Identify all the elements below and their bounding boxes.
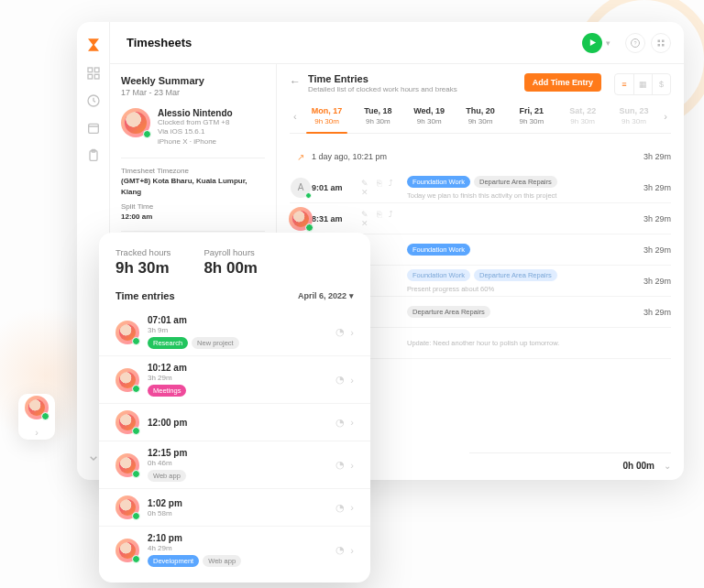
popup-entry-dur: 0h 46m <box>148 459 327 467</box>
entry-action-icons[interactable]: ✎ ⎘ ⤴ ✕ <box>361 179 407 197</box>
svg-rect-13 <box>662 44 665 47</box>
summary-range: 17 Mar - 23 Mar <box>121 88 265 97</box>
popup-avatar <box>116 539 139 562</box>
day-tabs: ‹ Mon, 179h 30mTue, 189h 30mWed, 199h 30… <box>290 106 671 134</box>
chevron-right-icon[interactable]: › <box>350 545 354 556</box>
tracked-label: Tracked hours <box>116 247 170 257</box>
entry-time: 8:31 am <box>312 214 361 223</box>
caret-down-icon: ▾ <box>349 291 354 300</box>
chevron-down-icon[interactable]: ⌄ <box>664 461 671 471</box>
entries-footer: 0h 00m ⌄ <box>469 452 671 471</box>
clock-icon: ◔ <box>336 374 345 386</box>
add-time-entry-button[interactable]: Add Time Entry <box>524 73 601 92</box>
popup-entry-dur: 0h 58m <box>148 509 327 517</box>
user-card: Alessio Nintendo Clocked from GTM +8 Via… <box>121 108 265 147</box>
entry-row[interactable]: A9:01 am✎ ⎘ ⤴ ✕Foundation WorkDeparture … <box>290 172 671 203</box>
play-button[interactable] <box>582 33 602 53</box>
prev-week-button[interactable]: ‹ <box>290 111 301 122</box>
entries-title: Time Entries <box>308 73 457 84</box>
view-list-icon[interactable]: ≡ <box>615 74 633 94</box>
user-meta-1: Clocked from GTM +8 <box>158 118 233 127</box>
app-logo <box>85 37 102 53</box>
split-value: 12:00 am <box>121 212 265 222</box>
day-tab[interactable]: Sun, 239h 30m <box>610 106 659 125</box>
play-caret-icon[interactable]: ▾ <box>606 38 610 48</box>
summary-title: Weekly Summary <box>121 75 265 86</box>
day-tab[interactable]: Mon, 179h 30m <box>302 106 352 125</box>
view-money-icon[interactable]: $ <box>652 74 670 94</box>
popup-date-picker[interactable]: April 6, 2022 ▾ <box>298 291 354 300</box>
clock-icon: ◔ <box>336 326 345 338</box>
entry-row[interactable]: 8:31 am✎ ⎘ ⤴ ✕ 3h 29m <box>290 203 671 234</box>
chevron-right-icon[interactable]: › <box>350 327 354 338</box>
popup-entry[interactable]: 12:00 pm◔› <box>99 403 370 441</box>
day-tab[interactable]: Sat, 229h 30m <box>558 106 608 125</box>
entry-duration: 3h 29m <box>631 277 671 286</box>
entry-tag: Departure Area Repairs <box>474 176 557 188</box>
clock-icon: ◔ <box>336 417 345 429</box>
user-name: Alessio Nintendo <box>158 108 233 118</box>
popup-entry-time: 2:10 pm <box>148 533 327 543</box>
user-meta-3: iPhone X · iPhone <box>158 137 233 147</box>
svg-rect-2 <box>88 74 93 79</box>
clock-icon[interactable] <box>86 93 101 108</box>
popup-tag: Web app <box>148 470 186 482</box>
popup-entry[interactable]: 1:02 pm0h 58m◔› <box>99 488 370 526</box>
mini-rail: › <box>18 394 55 440</box>
svg-rect-10 <box>658 39 661 42</box>
user-avatar <box>121 108 150 137</box>
back-button[interactable]: ← <box>290 75 301 88</box>
day-tab[interactable]: Tue, 189h 30m <box>353 106 402 125</box>
clock-icon: ◔ <box>336 544 345 556</box>
day-tab[interactable]: Wed, 199h 30m <box>404 106 454 125</box>
svg-rect-3 <box>94 74 99 79</box>
chevron-right-icon[interactable]: › <box>35 427 38 438</box>
entries-subtitle: Detailed list of clocked work hours and … <box>308 85 457 93</box>
popup-tag: Development <box>148 555 199 567</box>
popup-entry[interactable]: 07:01 am3h 9mResearchNew project◔› <box>99 309 370 355</box>
popup-avatar <box>116 410 139 434</box>
chevron-right-icon[interactable]: › <box>350 460 354 471</box>
clipboard-icon[interactable] <box>86 148 101 163</box>
entry-tag: Departure Area Repairs <box>474 269 557 281</box>
entry-note: Today we plan to finish this activity on… <box>407 191 556 200</box>
calendar-icon[interactable] <box>86 121 101 136</box>
entry-duration: 3h 29m <box>631 214 671 223</box>
next-week-button[interactable]: › <box>660 111 671 122</box>
popup-entry[interactable]: 10:12 am3h 29mMeetings◔› <box>99 355 370 403</box>
split-label: Split Time <box>121 202 153 211</box>
popup-avatar <box>116 495 139 519</box>
dashboard-icon[interactable] <box>86 66 101 81</box>
mini-avatar[interactable] <box>25 396 49 419</box>
entry-note: Update: Need another hour to polish up t… <box>407 339 559 347</box>
popup-tag: Meetings <box>148 385 186 397</box>
view-grid-icon[interactable]: ▦ <box>633 74 652 94</box>
help-button[interactable]: ? <box>625 33 645 53</box>
popup-entry-time: 1:02 pm <box>148 498 327 508</box>
svg-rect-5 <box>88 124 98 133</box>
apps-button[interactable] <box>651 33 671 53</box>
chevron-right-icon[interactable]: › <box>350 417 354 428</box>
svg-rect-12 <box>658 44 661 47</box>
entry-action-icons[interactable]: ✎ ⎘ ⤴ ✕ <box>361 210 407 228</box>
popup-entry-dur: 4h 29m <box>148 544 327 552</box>
day-tab[interactable]: Fri, 219h 30m <box>507 106 556 125</box>
view-toggle[interactable]: ≡ ▦ $ <box>614 73 671 95</box>
chevron-right-icon[interactable]: › <box>350 502 354 513</box>
svg-rect-0 <box>88 68 93 72</box>
popup-entry[interactable]: 2:10 pm4h 29mDevelopmentWeb app◔› <box>99 526 370 573</box>
payroll-label: Payroll hours <box>204 247 258 257</box>
popup-avatar <box>116 321 139 344</box>
relative-time-row: ↗ 1 day ago, 10:21 pm 3h 29m <box>290 141 671 172</box>
entry-tag: Departure Area Repairs <box>407 306 490 318</box>
popup-entry-time: 07:01 am <box>148 315 327 325</box>
arrow-out-icon: ↗ <box>297 152 304 162</box>
topbar: Timesheets ▾ ? <box>110 22 684 64</box>
entry-note: Present progress about 60% <box>407 285 494 293</box>
day-tab[interactable]: Thu, 209h 30m <box>456 106 505 125</box>
tz-label: Timesheet Timezone <box>121 167 189 175</box>
popup-tag: New project <box>192 337 239 349</box>
popup-entry[interactable]: 12:15 pm0h 46mWeb app◔› <box>99 441 370 488</box>
chevron-right-icon[interactable]: › <box>350 375 354 386</box>
total-duration: 0h 00m <box>623 461 654 471</box>
